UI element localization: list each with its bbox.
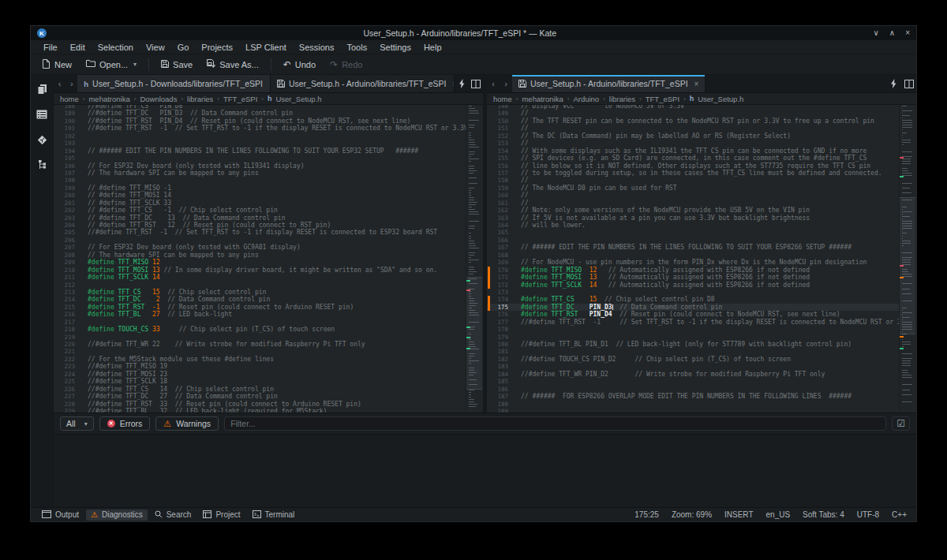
code-text: #define TFT_DC 2 // Data Command control… xyxy=(80,296,466,303)
minimap-scrollbar[interactable] xyxy=(899,105,915,413)
diagnostics-options-button[interactable]: ☑ xyxy=(892,416,910,431)
zoom-level[interactable]: Zoom: 69% xyxy=(672,510,712,519)
documents-toolview-icon[interactable] xyxy=(36,83,48,95)
code-editor[interactable]: 188//#define TFT_CS PIN_D8189//#define T… xyxy=(54,105,483,413)
symbols-toolview-icon[interactable] xyxy=(36,159,48,171)
quick-open-icon[interactable] xyxy=(455,75,469,92)
code-text xyxy=(514,289,899,296)
menu-item-sessions[interactable]: Sessions xyxy=(293,42,341,53)
menu-item-go[interactable]: Go xyxy=(171,42,196,53)
code-lines: 188//#define TFT_CS PIN_D8189//#define T… xyxy=(54,105,466,413)
save-as-button[interactable]: Save As... xyxy=(200,57,265,72)
syntax-language[interactable]: C++ xyxy=(892,510,907,519)
breadcrumb-item-file[interactable]: User_Setup.h xyxy=(698,95,743,103)
menu-item-lsp-client[interactable]: LSP Client xyxy=(239,42,293,53)
breadcrumb-item[interactable]: mehatronika xyxy=(88,95,129,103)
editor-tab[interactable]: User_Setup.h - Arduino/libraries/TFT_eSP… xyxy=(512,75,706,92)
split-view-icon[interactable] xyxy=(901,75,916,92)
minimap-scrollbar[interactable] xyxy=(466,105,482,413)
minimap-viewport[interactable] xyxy=(466,277,482,389)
git-toolview-icon[interactable] xyxy=(36,133,48,146)
code-line: 217 xyxy=(54,319,466,326)
code-line: 165 xyxy=(487,229,899,236)
diagnostics-toolview-button[interactable]: ⚠Diagnostics xyxy=(86,510,148,521)
editor-tab[interactable]: hUser_Setup.h - Downloads/libraries/TFT_… xyxy=(77,75,271,92)
menu-item-edit[interactable]: Edit xyxy=(64,42,92,53)
encoding[interactable]: UTF-8 xyxy=(857,510,879,519)
tab-close-icon[interactable]: × xyxy=(694,80,699,88)
open-button[interactable]: Open... ▾ xyxy=(80,57,143,72)
code-text: //#define TFT_RST -1 // Set TFT_RST to -… xyxy=(80,229,466,236)
maximize-icon[interactable]: ∧ xyxy=(889,29,895,37)
code-line: 205//#define TFT_RST -1 // Set TFT_RST t… xyxy=(54,229,466,236)
terminal-toolview-button[interactable]: Terminal xyxy=(248,510,300,521)
tab-settings[interactable]: Soft Tabs: 4 xyxy=(803,510,844,519)
code-text: // For the M5Stack module use these #def… xyxy=(80,356,466,363)
errors-label: Errors xyxy=(120,419,143,428)
code-text: #define TFT_MOSI 13 // In some display d… xyxy=(80,267,466,274)
errors-filter-button[interactable]: ✕ Errors xyxy=(99,416,151,431)
menu-item-help[interactable]: Help xyxy=(417,42,448,53)
line-number: 172 xyxy=(487,282,514,289)
title-bar[interactable]: K User_Setup.h - Arduino/libraries/TFT_e… xyxy=(31,26,916,40)
line-number: 201 xyxy=(54,200,80,207)
input-mode[interactable]: INSERT xyxy=(724,510,754,519)
code-line: 156// line below so it is NOT defined. O… xyxy=(487,162,899,170)
close-icon[interactable]: × xyxy=(905,29,910,37)
code-line: 184//#define TFT_WR PIN_D2 // Write stro… xyxy=(487,371,899,378)
menu-item-file[interactable]: File xyxy=(37,42,64,53)
line-number: 155 xyxy=(487,155,514,162)
project-toolview-button[interactable]: Project xyxy=(198,510,245,521)
output-toolview-button[interactable]: Output xyxy=(37,510,84,521)
dictionary-locale[interactable]: en_US xyxy=(766,510,791,519)
code-line: 198 xyxy=(54,177,466,184)
warning-icon: ⚠ xyxy=(163,420,171,428)
tab-history-forward-icon[interactable]: › xyxy=(66,75,77,92)
diagnostics-scope-select[interactable]: All ▾ xyxy=(60,416,94,431)
minimize-icon[interactable]: ∨ xyxy=(874,29,879,37)
breadcrumb-separator-icon: › xyxy=(683,95,686,103)
search-toolview-button[interactable]: Search xyxy=(150,510,197,521)
menu-item-view[interactable]: View xyxy=(140,42,171,53)
menu-item-settings[interactable]: Settings xyxy=(373,42,417,53)
code-line: 166 xyxy=(487,237,899,244)
code-line: 227//#define TFT_DC 27 // Data Command c… xyxy=(54,393,466,400)
kate-app-icon: K xyxy=(37,28,47,38)
breadcrumb-item[interactable]: libraries xyxy=(609,95,635,103)
code-line: 167// ###### EDIT THE PIN NUMBERS IN THE… xyxy=(487,244,899,251)
tab-history-back-icon[interactable]: ‹ xyxy=(54,75,66,92)
code-text: #define TOUCH_CS 33 // Chip select pin (… xyxy=(80,326,466,333)
code-text xyxy=(514,386,899,393)
breadcrumb-item[interactable]: home xyxy=(493,95,512,103)
breadcrumb-item[interactable]: mehatronika xyxy=(522,95,563,103)
menu-item-selection[interactable]: Selection xyxy=(92,42,140,53)
breadcrumb-item[interactable]: Downloads xyxy=(140,95,177,103)
breadcrumb-item[interactable]: TFT_eSPI xyxy=(646,95,679,103)
code-text: // #define TFT_RST 12 // Reset pin (coul… xyxy=(80,222,466,229)
line-number: 154 xyxy=(487,147,514,155)
new-button[interactable]: New xyxy=(36,57,78,73)
code-text: // For ESP32 Dev board (only tested with… xyxy=(80,162,466,170)
breadcrumb-item[interactable]: Arduino xyxy=(573,95,599,103)
quick-open-icon[interactable] xyxy=(886,75,901,92)
editor-tab[interactable]: User_Setup.h - Arduino/libraries/TFT_eSP… xyxy=(271,75,455,92)
breadcrumb-item[interactable]: home xyxy=(60,95,79,103)
code-editor[interactable]: 148// Display VCC to NodeMCU 5V or 3.3V1… xyxy=(487,105,916,413)
cursor-position[interactable]: 175:25 xyxy=(634,510,659,519)
breadcrumb-item[interactable]: TFT_eSPI xyxy=(223,95,257,103)
code-text: // xyxy=(514,177,899,184)
tab-history-back-icon[interactable]: ‹ xyxy=(487,75,500,92)
menu-item-projects[interactable]: Projects xyxy=(195,42,239,53)
menu-item-tools[interactable]: Tools xyxy=(340,42,373,53)
split-view-icon[interactable] xyxy=(469,75,483,92)
filesystem-toolview-icon[interactable] xyxy=(36,108,48,121)
save-button[interactable]: Save xyxy=(155,58,199,72)
warnings-filter-button[interactable]: ⚠ Warnings xyxy=(155,416,219,431)
undo-button[interactable]: ↶ Undo xyxy=(277,58,322,72)
breadcrumb-item-file[interactable]: User_Setup.h xyxy=(275,95,321,103)
breadcrumb-item[interactable]: libraries xyxy=(187,95,213,103)
code-line: 220//#define TFT_WR 22 // Write strobe f… xyxy=(54,341,466,348)
diagnostics-filter-input[interactable] xyxy=(224,416,886,431)
minimap-viewport[interactable] xyxy=(900,197,915,334)
tab-history-forward-icon[interactable]: › xyxy=(500,75,512,92)
